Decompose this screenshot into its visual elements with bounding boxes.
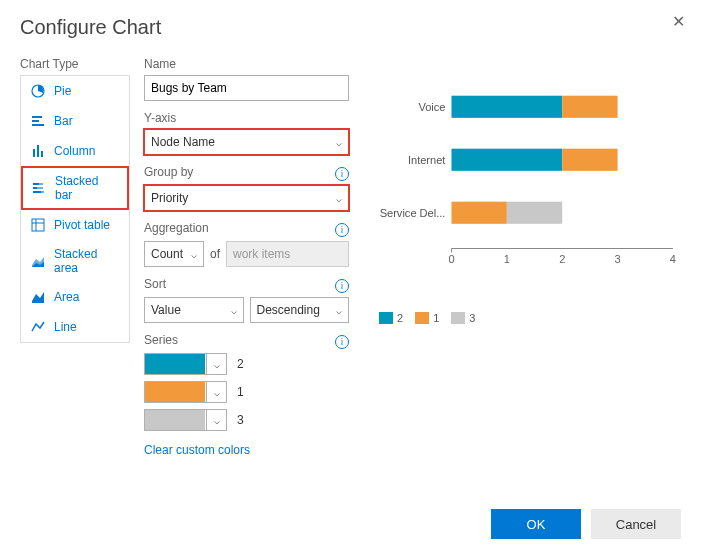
chevron-down-icon: ⌵: [191, 249, 197, 260]
chart-type-line[interactable]: Line: [21, 312, 129, 342]
stacked-area-icon: [30, 253, 46, 269]
svg-rect-11: [33, 191, 41, 193]
legend-label: 3: [469, 312, 475, 324]
bar-segment: [451, 96, 562, 118]
chart-type-stacked-bar[interactable]: Stacked bar: [21, 166, 129, 210]
chevron-down-icon: ⌵: [231, 305, 237, 316]
svg-rect-6: [41, 151, 43, 157]
legend-item: 1: [415, 312, 439, 324]
chart-type-label: Pie: [54, 84, 71, 98]
chart-type-column[interactable]: Column: [21, 136, 129, 166]
aggregation-value: Count: [151, 247, 183, 261]
yaxis-select[interactable]: Node Name ⌵: [144, 129, 349, 155]
dialog-title: Configure Chart: [20, 16, 681, 39]
sort-dir-select[interactable]: Descending ⌵: [250, 297, 350, 323]
series-color-picker[interactable]: ⌵: [144, 353, 227, 375]
chart-type-area[interactable]: Area: [21, 282, 129, 312]
chart-type-label: Area: [54, 290, 79, 304]
chart-type-label: Bar: [54, 114, 73, 128]
svg-rect-12: [41, 191, 44, 193]
sort-by-select[interactable]: Value ⌵: [144, 297, 244, 323]
chart-type-label: Stacked area: [54, 247, 120, 275]
chevron-down-icon: ⌵: [206, 410, 226, 430]
y-category-label: Internet: [408, 154, 446, 166]
svg-rect-9: [33, 187, 37, 189]
chevron-down-icon: ⌵: [206, 382, 226, 402]
svg-rect-4: [33, 149, 35, 157]
svg-rect-5: [37, 145, 39, 157]
x-tick-label: 2: [559, 253, 565, 265]
pie-icon: [30, 83, 46, 99]
series-color-picker[interactable]: ⌵: [144, 381, 227, 403]
chart-type-label: Line: [54, 320, 77, 334]
chevron-down-icon: ⌵: [206, 354, 226, 374]
chart-type-stacked-area[interactable]: Stacked area: [21, 240, 129, 282]
svg-rect-2: [32, 120, 39, 122]
name-input[interactable]: [144, 75, 349, 101]
info-icon[interactable]: i: [335, 279, 349, 293]
groupby-value: Priority: [151, 191, 188, 205]
bar-segment: [507, 202, 562, 224]
bar-segment: [451, 149, 562, 171]
chart-type-label: Pivot table: [54, 218, 110, 232]
chart-preview: 01234VoiceInternetService Del...: [379, 63, 681, 293]
name-label: Name: [144, 57, 349, 71]
series-value-label: 1: [237, 385, 244, 399]
cancel-button[interactable]: Cancel: [591, 509, 681, 539]
bar-segment: [562, 96, 617, 118]
sort-dir-value: Descending: [257, 303, 320, 317]
bar-segment: [451, 202, 506, 224]
y-category-label: Voice: [418, 101, 445, 113]
chart-type-bar[interactable]: Bar: [21, 106, 129, 136]
aggregation-label: Aggregation: [144, 221, 209, 235]
aggregation-of-label: of: [210, 247, 220, 261]
stacked-bar-icon: [31, 180, 47, 196]
series-color-picker[interactable]: ⌵: [144, 409, 227, 431]
line-icon: [30, 319, 46, 335]
groupby-select[interactable]: Priority ⌵: [144, 185, 349, 211]
chart-type-label: Chart Type: [20, 57, 130, 71]
info-icon[interactable]: i: [335, 335, 349, 349]
yaxis-label: Y-axis: [144, 111, 349, 125]
svg-rect-1: [32, 116, 42, 118]
info-icon[interactable]: i: [335, 167, 349, 181]
column-icon: [30, 143, 46, 159]
svg-rect-10: [37, 187, 43, 189]
svg-rect-8: [39, 183, 43, 185]
clear-colors-link[interactable]: Clear custom colors: [144, 443, 250, 457]
yaxis-value: Node Name: [151, 135, 215, 149]
legend-swatch: [379, 312, 393, 324]
x-tick-label: 4: [670, 253, 676, 265]
chevron-down-icon: ⌵: [336, 305, 342, 316]
x-tick-label: 0: [448, 253, 454, 265]
close-icon[interactable]: ✕: [672, 12, 685, 31]
sort-by-value: Value: [151, 303, 181, 317]
legend-label: 2: [397, 312, 403, 324]
series-value-label: 2: [237, 357, 244, 371]
chart-type-pie[interactable]: Pie: [21, 76, 129, 106]
chevron-down-icon: ⌵: [336, 193, 342, 204]
series-value-label: 3: [237, 413, 244, 427]
x-tick-label: 1: [504, 253, 510, 265]
series-row: ⌵1: [144, 381, 349, 403]
info-icon[interactable]: i: [335, 223, 349, 237]
legend-item: 2: [379, 312, 403, 324]
series-row: ⌵3: [144, 409, 349, 431]
ok-button[interactable]: OK: [491, 509, 581, 539]
y-category-label: Service Del...: [380, 207, 446, 219]
legend-swatch: [415, 312, 429, 324]
sort-label: Sort: [144, 277, 166, 291]
bar-icon: [30, 113, 46, 129]
legend-label: 1: [433, 312, 439, 324]
aggregation-select[interactable]: Count ⌵: [144, 241, 204, 267]
pivot-table-icon: [30, 217, 46, 233]
area-icon: [30, 289, 46, 305]
svg-rect-13: [32, 219, 44, 231]
svg-rect-7: [33, 183, 39, 185]
series-label: Series: [144, 333, 178, 347]
aggregation-target: work items: [226, 241, 349, 267]
chart-type-pivot-table[interactable]: Pivot table: [21, 210, 129, 240]
x-tick-label: 3: [615, 253, 621, 265]
chevron-down-icon: ⌵: [336, 137, 342, 148]
series-row: ⌵2: [144, 353, 349, 375]
